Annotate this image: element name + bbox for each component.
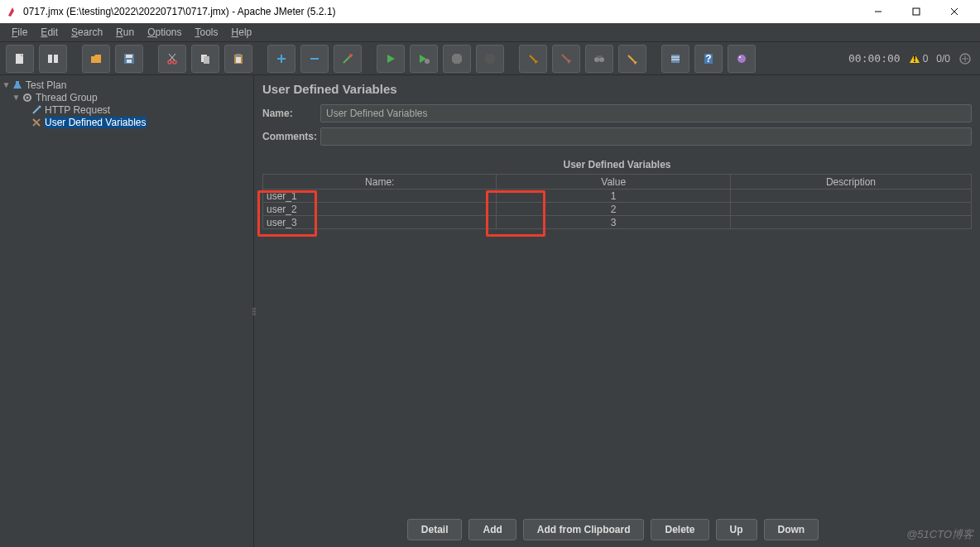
flask-icon bbox=[11, 79, 24, 91]
paste-clipboard-icon[interactable] bbox=[224, 45, 252, 73]
detail-button[interactable]: Detail bbox=[407, 519, 463, 540]
shutdown-icon[interactable] bbox=[476, 45, 504, 73]
name-input[interactable]: User Defined Variables bbox=[320, 104, 972, 122]
window-minimize-button[interactable] bbox=[859, 0, 897, 23]
col-value[interactable]: Value bbox=[497, 175, 730, 190]
menu-options[interactable]: Options bbox=[141, 26, 188, 38]
play-start-icon[interactable] bbox=[377, 45, 405, 73]
svg-line-50 bbox=[33, 108, 39, 113]
svg-rect-9 bbox=[126, 55, 132, 58]
new-file-icon[interactable] bbox=[6, 45, 34, 73]
svg-rect-7 bbox=[54, 55, 58, 63]
comments-input[interactable] bbox=[320, 127, 972, 146]
window-title: 0717.jmx (E:\testing\2022\20220717\0717.… bbox=[23, 6, 336, 17]
wand-icon[interactable] bbox=[334, 45, 362, 73]
play-notimers-icon[interactable] bbox=[410, 45, 438, 73]
collapse-arrow-icon[interactable]: ▼ bbox=[2, 80, 11, 89]
split-handle[interactable] bbox=[251, 299, 257, 324]
comments-label: Comments: bbox=[262, 131, 320, 142]
menubar: File Edit Search Run Options Tools Help bbox=[0, 23, 980, 42]
menu-search[interactable]: Search bbox=[65, 26, 109, 38]
menu-tools[interactable]: Tools bbox=[189, 26, 225, 38]
variables-table[interactable]: Name: Value Description user_11 user_22 … bbox=[262, 174, 972, 229]
clear-broom-icon[interactable] bbox=[519, 45, 547, 73]
reset-search-icon[interactable] bbox=[618, 45, 646, 73]
svg-rect-36 bbox=[671, 55, 680, 63]
menu-help[interactable]: Help bbox=[225, 26, 259, 38]
col-name[interactable]: Name: bbox=[263, 175, 497, 190]
delete-button[interactable]: Delete bbox=[651, 519, 709, 540]
table-row[interactable]: user_11 bbox=[263, 190, 972, 203]
gear-icon bbox=[21, 92, 34, 103]
search-binoculars-icon[interactable] bbox=[585, 45, 613, 73]
add-from-clipboard-button[interactable]: Add from Clipboard bbox=[523, 519, 645, 540]
open-folder-icon[interactable] bbox=[82, 45, 110, 73]
svg-point-11 bbox=[168, 60, 171, 64]
window-maximize-button[interactable] bbox=[897, 0, 935, 23]
tree-pane: ▼ Test Plan ▼ Thread Group HTTP Request … bbox=[0, 75, 254, 547]
svg-text:!: ! bbox=[913, 53, 916, 65]
menu-file[interactable]: File bbox=[5, 26, 34, 38]
tree-testplan[interactable]: ▼ Test Plan bbox=[0, 79, 253, 91]
clear-all-broom-icon[interactable] bbox=[552, 45, 580, 73]
save-disk-icon[interactable] bbox=[115, 45, 143, 73]
svg-rect-19 bbox=[236, 57, 241, 63]
table-row[interactable]: user_33 bbox=[263, 216, 972, 229]
tree-threadgroup[interactable]: ▼ Thread Group bbox=[0, 91, 253, 103]
up-button[interactable]: Up bbox=[716, 519, 757, 540]
svg-rect-34 bbox=[597, 55, 602, 58]
svg-line-14 bbox=[169, 54, 175, 60]
svg-point-41 bbox=[737, 55, 746, 63]
content-pane: User Defined Variables Name: User Define… bbox=[254, 75, 980, 547]
cut-scissors-icon[interactable] bbox=[158, 45, 186, 73]
svg-text:?: ? bbox=[705, 53, 711, 65]
table-row[interactable]: user_22 bbox=[263, 203, 972, 216]
pipette-icon bbox=[30, 104, 43, 116]
table-title: User Defined Variables bbox=[262, 159, 972, 170]
svg-point-51 bbox=[39, 105, 41, 108]
add-plus-icon[interactable] bbox=[267, 45, 295, 73]
tree-httprequest[interactable]: HTTP Request bbox=[0, 103, 253, 116]
help-icon[interactable]: ? bbox=[694, 45, 723, 73]
templates-icon[interactable] bbox=[39, 45, 67, 73]
svg-marker-25 bbox=[387, 55, 395, 63]
col-description[interactable]: Description bbox=[730, 175, 971, 190]
tools-cross-icon bbox=[30, 117, 43, 128]
svg-marker-28 bbox=[452, 54, 462, 64]
button-row: Detail Add Add from Clipboard Delete Up … bbox=[254, 519, 972, 540]
panel-title: User Defined Variables bbox=[262, 82, 972, 96]
copy-icon[interactable] bbox=[191, 45, 219, 73]
watermark: @51CTO博客 bbox=[906, 527, 973, 542]
svg-point-12 bbox=[173, 60, 176, 64]
name-label: Name: bbox=[262, 108, 320, 119]
window-close-button[interactable] bbox=[935, 0, 973, 23]
svg-rect-6 bbox=[48, 55, 52, 63]
add-button[interactable]: Add bbox=[468, 519, 516, 540]
warning-triangle-icon: ! bbox=[909, 53, 920, 65]
svg-rect-10 bbox=[127, 60, 132, 63]
stop-icon[interactable] bbox=[443, 45, 471, 73]
tree-user-defined-variables[interactable]: User Defined Variables bbox=[0, 116, 253, 128]
svg-point-49 bbox=[26, 96, 29, 98]
window-titlebar: 0717.jmx (E:\testing\2022\20220717\0717.… bbox=[0, 0, 980, 23]
thread-counter: 0/0 bbox=[936, 53, 950, 65]
warning-counter[interactable]: ! 0 bbox=[909, 53, 929, 65]
menu-edit[interactable]: Edit bbox=[34, 26, 65, 38]
toolbar: ? 00:00:00 ! 0 0/0 bbox=[0, 42, 980, 75]
svg-line-35 bbox=[628, 55, 634, 61]
svg-rect-16 bbox=[204, 56, 209, 64]
themes-icon[interactable] bbox=[728, 45, 756, 73]
menu-run[interactable]: Run bbox=[109, 26, 141, 38]
svg-marker-29 bbox=[485, 54, 495, 64]
function-helper-icon[interactable] bbox=[661, 45, 689, 73]
svg-rect-1 bbox=[913, 8, 920, 15]
jmeter-logo-icon bbox=[7, 6, 18, 17]
down-button[interactable]: Down bbox=[764, 519, 819, 540]
svg-rect-18 bbox=[236, 54, 241, 56]
collapse-arrow-icon[interactable]: ▼ bbox=[12, 93, 21, 102]
svg-line-13 bbox=[170, 54, 175, 60]
remove-minus-icon[interactable] bbox=[300, 45, 329, 73]
expand-tree-icon[interactable] bbox=[958, 52, 972, 65]
timer-display: 00:00:00 bbox=[848, 52, 901, 65]
svg-point-24 bbox=[349, 54, 353, 57]
